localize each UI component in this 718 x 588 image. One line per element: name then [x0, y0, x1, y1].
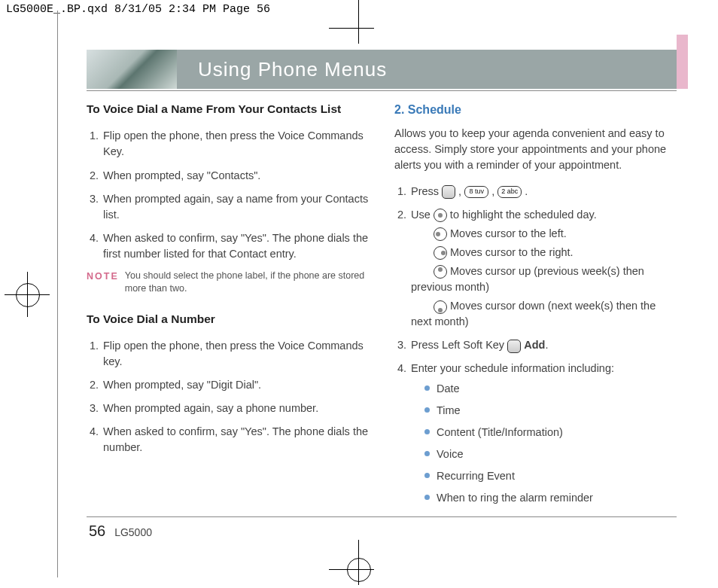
nav-hint-left: Moves cursor to the left.	[434, 226, 677, 242]
page-number: 56	[89, 522, 105, 539]
soft-key-icon	[507, 340, 521, 353]
list-item: When to ring the alarm reminder	[424, 490, 677, 506]
schedule-intro: Allows you to keep your agenda convenien…	[394, 126, 677, 173]
step-text: Use	[411, 209, 434, 221]
list-item: Flip open the phone, then press the Voic…	[102, 128, 369, 160]
page-footer: 56 LG5000	[89, 522, 152, 540]
left-column: To Voice Dial a Name From Your Contacts …	[87, 101, 369, 513]
step-text: Press Left Soft Key	[411, 339, 507, 351]
step-text: to highlight the scheduled day.	[450, 209, 597, 221]
soft-key-icon	[442, 185, 455, 199]
list-item: Press Left Soft Key Add.	[409, 337, 677, 353]
voice-dial-contacts-heading: To Voice Dial a Name From Your Contacts …	[87, 101, 369, 117]
nav-right-icon	[434, 246, 447, 260]
nav-ring-icon	[434, 209, 447, 222]
list-item: Content (Title/Information)	[424, 425, 677, 440]
schedule-fields-list: Date Time Content (Title/Information) Vo…	[424, 381, 677, 506]
page-content: To Voice Dial a Name From Your Contacts …	[87, 101, 677, 513]
note-label: NOTE	[87, 270, 119, 283]
section-header-photo	[87, 50, 177, 89]
crop-mark-bottom	[351, 562, 367, 577]
nav-hint-text: Moves cursor to the left.	[450, 227, 567, 239]
section-header-title: Using Phone Menus	[177, 50, 677, 89]
list-item: Date	[424, 381, 677, 397]
header-underline	[87, 90, 677, 91]
list-item: When asked to confirm, say "Yes". The ph…	[102, 424, 369, 455]
list-item: Flip open the phone, then press the Voic…	[102, 338, 369, 370]
nav-hint-text: Moves cursor to the right.	[450, 246, 573, 258]
list-item: When prompted, say "Digit Dial".	[102, 377, 369, 393]
add-label: Add	[524, 339, 545, 351]
nav-hint-text: Moves cursor down (next week(s) then the…	[411, 300, 656, 328]
nav-left-icon	[434, 227, 447, 241]
print-job-header: LG5000E_.BP.qxd 8/31/05 2:34 PM Page 56	[6, 3, 270, 16]
list-item: Time	[424, 403, 677, 419]
schedule-heading: 2. Schedule	[394, 101, 677, 118]
list-item: Voice	[424, 446, 677, 462]
list-item: Enter your schedule information includin…	[409, 361, 677, 506]
keypad-8-icon: 8 tuv	[464, 186, 488, 198]
list-item: When prompted again, say a phone number.	[102, 401, 369, 416]
voice-dial-number-heading: To Voice Dial a Number	[87, 311, 369, 328]
list-item: When prompted again, say a name from you…	[102, 191, 369, 223]
schedule-steps: Press , 8 tuv , 2 abc . Use to highlight…	[394, 184, 677, 506]
nav-down-icon	[434, 300, 447, 314]
voice-dial-number-steps: Flip open the phone, then press the Voic…	[87, 338, 369, 455]
note-text: You should select the phone label, if th…	[125, 270, 369, 296]
crop-mark-left	[5, 272, 50, 317]
keypad-2-icon: 2 abc	[497, 186, 522, 198]
note-block: NOTE You should select the phone label, …	[87, 270, 369, 296]
nav-up-icon	[434, 265, 447, 279]
nav-hint-up: Moves cursor up (previous week(s) then p…	[411, 264, 677, 295]
step-text: Enter your schedule information includin…	[411, 362, 614, 374]
list-item: Press , 8 tuv , 2 abc .	[409, 184, 677, 200]
model-name: LG5000	[114, 526, 152, 538]
nav-hint-down: Moves cursor down (next week(s) then the…	[411, 298, 677, 330]
crop-mark-top	[351, 21, 367, 36]
right-column: 2. Schedule Allows you to keep your agen…	[394, 101, 677, 513]
step-text: Press	[411, 185, 442, 197]
list-item: When asked to confirm, say "Yes". The ph…	[102, 230, 369, 262]
footer-rule	[87, 516, 677, 517]
list-item: Recurring Event	[424, 468, 677, 484]
voice-dial-contacts-steps: Flip open the phone, then press the Voic…	[87, 128, 369, 261]
list-item: Use to highlight the scheduled day. Move…	[409, 207, 677, 330]
section-header-band: Using Phone Menus	[87, 50, 677, 89]
list-item: When prompted, say "Contacts".	[102, 168, 369, 184]
page-gutter-line	[57, 11, 58, 577]
nav-hint-right: Moves cursor to the right.	[434, 245, 677, 260]
section-tab	[677, 35, 688, 89]
